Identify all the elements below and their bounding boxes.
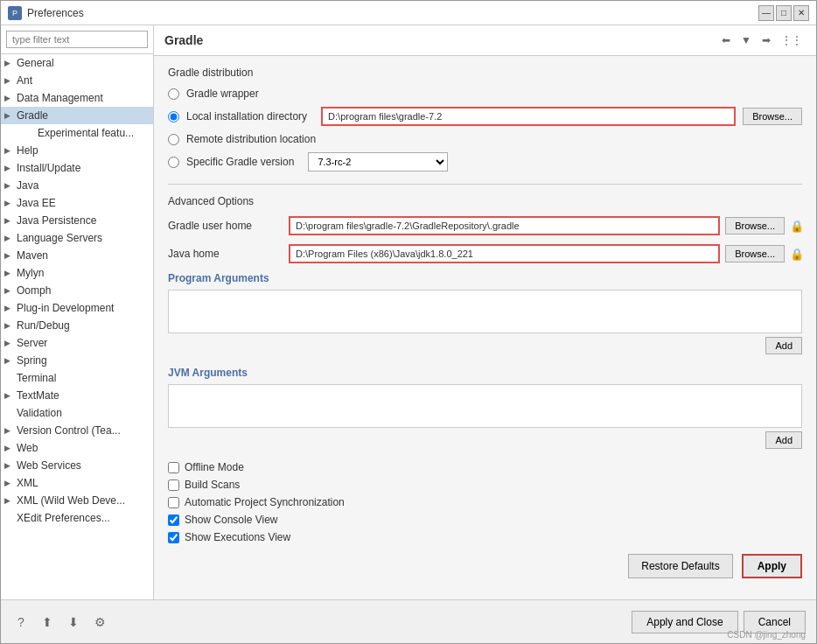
sidebar-item-spring[interactable]: ▶Spring — [1, 352, 153, 369]
apply-close-button[interactable]: Apply and Close — [632, 611, 737, 634]
checkbox-label-offline-mode: Offline Mode — [185, 461, 244, 473]
sidebar-item-maven[interactable]: ▶Maven — [1, 247, 153, 264]
local-install-radio[interactable] — [168, 111, 179, 122]
gradle-user-home-input[interactable] — [289, 216, 720, 235]
sidebar-item-server[interactable]: ▶Server — [1, 334, 153, 352]
lock-icon-gradle: 🔒 — [790, 220, 802, 232]
sidebar-item-label: XML (Wild Web Deve... — [17, 494, 125, 507]
gradle-wrapper-radio[interactable] — [168, 88, 179, 100]
program-args-section: Program Arguments Add — [168, 272, 802, 354]
checkbox-build-scans[interactable] — [168, 480, 179, 491]
minimize-button[interactable]: — — [758, 5, 774, 21]
tree-arrow-icon: ▶ — [4, 199, 13, 207]
remote-dist-label: Remote distribution location — [186, 133, 316, 145]
browse-gradle-home-button[interactable]: Browse... — [725, 217, 785, 234]
title-bar: P Preferences — □ ✕ — [1, 1, 816, 25]
checkbox-show-console[interactable] — [168, 514, 179, 526]
panel-header: Gradle ⬅ ▼ ➡ ⋮⋮ — [154, 25, 816, 56]
program-args-box — [168, 290, 802, 333]
checkboxes-container: Offline ModeBuild ScansAutomatic Project… — [168, 461, 802, 543]
sidebar-item-gradle[interactable]: ▶Gradle — [1, 107, 153, 124]
sidebar-item-java-ee[interactable]: ▶Java EE — [1, 194, 153, 212]
browse-java-home-button[interactable]: Browse... — [725, 245, 785, 262]
checkbox-offline-mode[interactable] — [168, 462, 179, 473]
help-icon[interactable]: ? — [11, 612, 31, 632]
sidebar-item-xml[interactable]: ▶XML — [1, 474, 153, 492]
sidebar-item-label: Ant — [17, 74, 32, 87]
sidebar-item-validation[interactable]: Validation — [1, 404, 153, 422]
version-select[interactable]: 7.3-rc-2 7.2 7.1 7.0 — [308, 152, 448, 172]
remote-dist-radio[interactable] — [168, 134, 179, 145]
jvm-args-add-row: Add — [168, 431, 802, 449]
nav-dropdown[interactable]: ▼ — [737, 32, 755, 48]
specific-version-label: Specific Gradle version — [186, 156, 294, 168]
java-home-row: Java home Browse... 🔒 — [168, 244, 802, 263]
tree-arrow-icon: ▶ — [4, 234, 13, 242]
tree-arrow-icon: ▶ — [4, 286, 13, 295]
sidebar-item-general[interactable]: ▶General — [1, 54, 153, 72]
sidebar-item-label: Web — [17, 442, 38, 454]
specific-version-row: Specific Gradle version 7.3-rc-2 7.2 7.1… — [168, 152, 802, 172]
sidebar-item-label: Help — [17, 144, 38, 157]
sidebar-item-label: Java EE — [17, 197, 56, 209]
sidebar-item-language-servers[interactable]: ▶Language Servers — [1, 229, 153, 247]
import-icon[interactable]: ⬇ — [64, 612, 83, 632]
sidebar-item-web-services[interactable]: ▶Web Services — [1, 457, 153, 474]
sidebar-item-java-persistence[interactable]: ▶Java Persistence — [1, 212, 153, 229]
checkbox-show-executions[interactable] — [168, 532, 179, 543]
sidebar-item-gradle-experimental[interactable]: Experimental featu... — [1, 124, 153, 142]
sidebar-item-data-management[interactable]: ▶Data Management — [1, 89, 153, 107]
checkbox-label-show-executions: Show Executions View — [185, 531, 290, 543]
more-button[interactable]: ⋮⋮ — [778, 32, 806, 48]
tree-arrow-icon: ▶ — [4, 391, 13, 400]
back-button[interactable]: ⬅ — [718, 32, 734, 48]
sidebar-item-label: Gradle — [17, 109, 48, 122]
specific-version-radio[interactable] — [168, 157, 179, 168]
sidebar-item-xedit-preferences[interactable]: XEdit Preferences... — [1, 509, 153, 527]
sidebar-item-label: Data Management — [17, 92, 103, 104]
browse-local-button[interactable]: Browse... — [743, 108, 802, 125]
checkbox-row-show-executions: Show Executions View — [168, 531, 802, 543]
title-bar-left: P Preferences — [8, 6, 84, 20]
sidebar-item-plug-in-development[interactable]: ▶Plug-in Development — [1, 299, 153, 317]
sidebar: ▶General▶Ant▶Data Management▶GradleExper… — [1, 25, 154, 599]
java-home-label: Java home — [168, 248, 282, 260]
tree-arrow-icon: ▶ — [4, 321, 13, 330]
sidebar-item-run-debug[interactable]: ▶Run/Debug — [1, 317, 153, 334]
divider-1 — [168, 184, 802, 185]
maximize-button[interactable]: □ — [776, 5, 792, 21]
sidebar-item-mylyn[interactable]: ▶Mylyn — [1, 264, 153, 282]
sidebar-item-web[interactable]: ▶Web — [1, 439, 153, 457]
checkbox-row-offline-mode: Offline Mode — [168, 461, 802, 473]
sidebar-item-label: Maven — [17, 249, 48, 262]
checkbox-auto-sync[interactable] — [168, 497, 179, 508]
sidebar-item-ant[interactable]: ▶Ant — [1, 72, 153, 89]
sidebar-item-oomph[interactable]: ▶Oomph — [1, 282, 153, 299]
sidebar-item-install-update[interactable]: ▶Install/Update — [1, 159, 153, 177]
close-button[interactable]: ✕ — [793, 5, 809, 21]
sidebar-item-textmate[interactable]: ▶TextMate — [1, 387, 153, 404]
java-home-input-area: Browse... 🔒 — [289, 244, 802, 263]
checkbox-label-auto-sync: Automatic Project Synchronization — [185, 496, 345, 508]
sidebar-item-version-control[interactable]: ▶Version Control (Tea... — [1, 422, 153, 439]
sidebar-item-help[interactable]: ▶Help — [1, 142, 153, 159]
add-jvm-arg-button[interactable]: Add — [765, 431, 802, 449]
sidebar-item-java[interactable]: ▶Java — [1, 177, 153, 194]
local-install-label: Local installation directory — [186, 110, 307, 122]
search-input[interactable] — [6, 31, 148, 48]
java-home-input[interactable] — [289, 244, 720, 263]
sidebar-item-label: Server — [17, 337, 47, 349]
panel-actions: Restore Defaults Apply — [168, 549, 802, 578]
restore-defaults-button[interactable]: Restore Defaults — [628, 554, 732, 578]
forward-button[interactable]: ➡ — [758, 32, 774, 48]
tree-arrow-icon: ▶ — [4, 426, 13, 435]
settings-icon[interactable]: ⚙ — [90, 612, 109, 632]
export-icon[interactable]: ⬆ — [38, 612, 57, 632]
sidebar-item-terminal[interactable]: Terminal — [1, 369, 153, 387]
sidebar-item-label: Version Control (Tea... — [17, 424, 121, 437]
local-install-input[interactable] — [321, 107, 736, 126]
gradle-user-home-input-area: Browse... 🔒 — [289, 216, 802, 235]
apply-button[interactable]: Apply — [742, 554, 802, 578]
add-program-arg-button[interactable]: Add — [765, 337, 802, 354]
sidebar-item-xml-wild-web[interactable]: ▶XML (Wild Web Deve... — [1, 492, 153, 509]
